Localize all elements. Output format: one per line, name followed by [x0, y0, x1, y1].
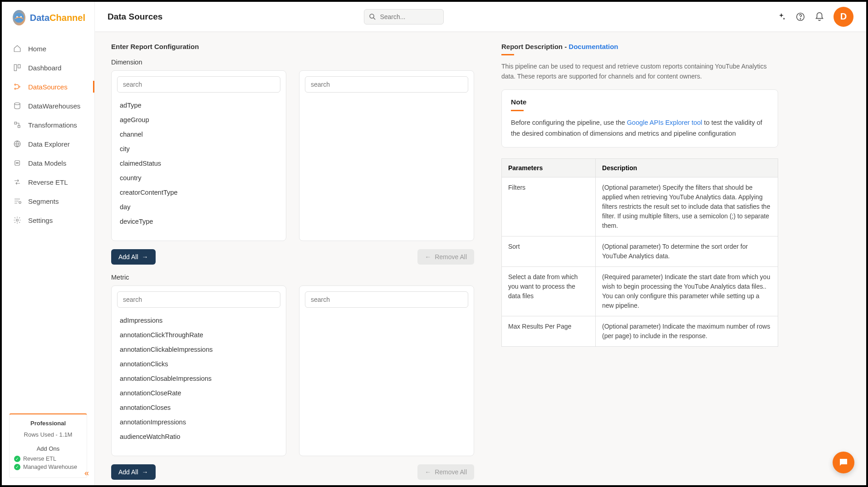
sidebar-item-label: DataWarehouses: [28, 102, 80, 110]
check-icon: ✓: [14, 456, 20, 462]
sidebar-item-settings[interactable]: Settings: [2, 211, 94, 230]
list-item[interactable]: annotationClosableImpressions: [118, 371, 280, 386]
collapse-sidebar-button[interactable]: «: [84, 468, 89, 478]
list-item[interactable]: adType: [118, 98, 280, 113]
list-item[interactable]: annotationClickThroughRate: [118, 328, 280, 342]
sidebar-item-datasources[interactable]: DataSources: [2, 77, 94, 96]
segments-icon: [13, 197, 22, 206]
parameters-table: Parameters Description Filters(Optional …: [501, 158, 778, 347]
metric-search-input[interactable]: [117, 291, 280, 308]
list-item[interactable]: city: [118, 142, 280, 156]
sidebar-item-label: DataSources: [28, 83, 68, 91]
dimension-available-list: adTypeageGroupchannelcityclaimedStatusco…: [111, 70, 286, 241]
svg-point-17: [370, 14, 374, 18]
list-item[interactable]: annotationImpressions: [118, 415, 280, 429]
svg-rect-10: [18, 126, 20, 128]
table-row: Select a date from which you want to pro…: [502, 266, 778, 316]
list-item[interactable]: annotationClicks: [118, 357, 280, 371]
add-all-dimensions-button[interactable]: Add All →: [111, 249, 156, 265]
dimension-selected-list: [299, 70, 474, 241]
svg-rect-3: [14, 64, 16, 71]
sidebar-nav: Home Dashboard DataSources DataWarehouse…: [2, 34, 94, 230]
plan-addons-title: Add Ons: [14, 445, 82, 452]
note-text: Before configuring the pipeline, use the…: [511, 118, 769, 138]
remove-all-dimensions-button[interactable]: ← Remove All: [417, 249, 474, 265]
addon-label: Managed Warehouse: [23, 464, 77, 470]
metric-label: Metric: [111, 274, 474, 281]
warehouse-icon: [13, 101, 22, 110]
dimension-selected-search-input[interactable]: [305, 76, 468, 93]
list-item[interactable]: audienceWatchRatio: [118, 429, 280, 444]
chat-fab-button[interactable]: [833, 452, 854, 473]
remove-all-metrics-button[interactable]: ← Remove All: [417, 464, 474, 480]
param-desc: (Optional parameter) To determine the so…: [596, 236, 778, 266]
param-name: Select a date from which you want to pro…: [502, 266, 596, 316]
google-apis-explorer-link[interactable]: Google APIs Explorer tool: [627, 119, 702, 126]
list-item[interactable]: annotationCloses: [118, 400, 280, 415]
list-item[interactable]: deviceType: [118, 214, 280, 229]
sidebar-item-datawarehouses[interactable]: DataWarehouses: [2, 96, 94, 115]
metric-selected-search-input[interactable]: [305, 291, 468, 308]
svg-point-13: [16, 162, 17, 163]
search-icon: [368, 13, 377, 23]
check-icon: ✓: [14, 464, 20, 470]
accent-underline: [501, 54, 514, 55]
arrow-left-icon: ←: [425, 468, 431, 476]
sidebar-item-label: Transformations: [28, 121, 77, 129]
sparkle-icon[interactable]: [776, 12, 786, 22]
documentation-link[interactable]: Documentation: [569, 43, 618, 50]
list-item[interactable]: country: [118, 171, 280, 185]
sidebar-item-dashboard[interactable]: Dashboard: [2, 58, 94, 77]
sidebar: DataChannel Home Dashboard DataSources D…: [2, 2, 95, 485]
arrow-left-icon: ←: [425, 253, 431, 261]
sidebar-item-reverseetl[interactable]: Reverse ETL: [2, 172, 94, 192]
sidebar-item-label: Dashboard: [28, 64, 61, 72]
button-label: Add All: [118, 253, 138, 261]
logo-icon: [13, 10, 25, 25]
section-title: Enter Report Configuration: [111, 43, 474, 50]
list-item[interactable]: adImpressions: [118, 313, 280, 328]
brand-text: DataChannel: [30, 13, 85, 23]
list-item[interactable]: claimedStatus: [118, 156, 280, 171]
reverse-etl-icon: [13, 177, 22, 187]
sidebar-item-label: Data Explorer: [28, 140, 70, 148]
description-body: This pipeline can be used to request and…: [501, 62, 778, 81]
metric-selected-list: [299, 285, 474, 456]
add-all-metrics-button[interactable]: Add All →: [111, 464, 156, 480]
plan-rows-used: Rows Used - 1.1M: [14, 431, 82, 438]
sidebar-item-home[interactable]: Home: [2, 39, 94, 58]
table-header-desc: Description: [596, 158, 778, 177]
list-item[interactable]: annotationClickableImpressions: [118, 342, 280, 357]
button-label: Remove All: [435, 468, 467, 476]
bell-icon[interactable]: [814, 12, 824, 22]
sidebar-item-label: Data Models: [28, 159, 66, 167]
svg-point-2: [20, 16, 22, 17]
table-row: Filters(Optional parameter) Specify the …: [502, 177, 778, 236]
svg-point-15: [19, 202, 21, 204]
list-item[interactable]: channel: [118, 127, 280, 142]
svg-rect-4: [18, 64, 20, 68]
sidebar-item-segments[interactable]: Segments: [2, 192, 94, 211]
explorer-icon: [13, 139, 22, 148]
user-avatar[interactable]: D: [834, 7, 853, 27]
sidebar-item-datamodels[interactable]: Data Models: [2, 153, 94, 172]
addon-item: ✓ Managed Warehouse: [14, 464, 82, 470]
svg-point-6: [15, 88, 16, 89]
param-name: Sort: [502, 236, 596, 266]
svg-point-16: [16, 219, 19, 221]
help-icon[interactable]: [795, 12, 805, 22]
dimension-search-input[interactable]: [117, 76, 280, 93]
description-heading: Report Description - Documentation: [501, 43, 778, 50]
button-label: Remove All: [435, 253, 467, 261]
list-item[interactable]: day: [118, 200, 280, 214]
logo[interactable]: DataChannel: [2, 2, 94, 34]
sidebar-item-transformations[interactable]: Transformations: [2, 115, 94, 134]
list-item[interactable]: annotationCloseRate: [118, 386, 280, 400]
list-item[interactable]: creatorContentType: [118, 185, 280, 200]
note-box: Note Before configuring the pipeline, us…: [501, 89, 778, 147]
svg-point-8: [15, 103, 20, 105]
list-item[interactable]: ageGroup: [118, 113, 280, 127]
sidebar-item-dataexplorer[interactable]: Data Explorer: [2, 134, 94, 153]
table-header-param: Parameters: [502, 158, 596, 177]
transform-icon: [13, 120, 22, 129]
